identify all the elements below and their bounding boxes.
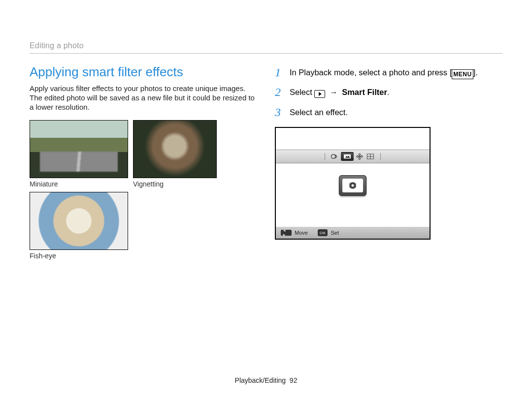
footer-section: Playback/Editing [235,376,286,384]
thumb-caption: Miniature [30,180,128,188]
thumb-caption: Vignetting [133,180,217,188]
step-number: 3 [275,104,285,120]
step-bold: Smart Filter [342,88,387,96]
step-text: ]. [473,68,478,77]
step-text: Select [290,88,314,96]
thumb-miniature [30,120,128,178]
step-number: 1 [275,64,285,80]
thumb-fisheye [30,192,128,250]
svg-point-5 [357,156,358,157]
lcd-set-label: Set [331,230,339,236]
svg-point-0 [332,154,335,158]
footer-page: 92 [290,376,298,384]
lcd-top-bar [276,150,430,163]
filter-flower-icon [355,153,365,160]
left-right-icon: ◄ ► [281,230,292,236]
lcd-move-label: Move [295,230,308,236]
svg-point-10 [352,185,354,187]
svg-point-4 [359,158,360,159]
playback-icon [314,90,325,98]
section-paragraph: Apply various filter effects to your pho… [30,84,257,112]
ok-button-icon: OK [318,229,328,236]
camera-lcd: ◄ ► Move OK Set [275,127,431,240]
svg-point-6 [361,156,363,157]
arrow-right-icon: → [330,87,338,97]
breadcrumb: Editing a photo [30,41,502,50]
filter-selected-icon [341,152,354,161]
svg-point-3 [359,154,360,155]
step-text: . [387,88,390,96]
lcd-center-preview [339,175,366,196]
step-text: Select an effect. [290,108,348,117]
thumb-caption: Fish-eye [30,252,128,260]
step-number: 2 [275,84,285,100]
step-2: 2 Select → Smart Filter. [275,84,502,100]
page-footer: Playback/Editing 92 [0,376,532,384]
lcd-bottom-bar: ◄ ► Move OK Set [276,227,430,239]
step-3: 3 Select an effect. [275,104,502,120]
filter-normal-icon [330,153,340,160]
svg-point-2 [359,156,360,157]
thumb-vignetting [133,120,217,178]
step-text: In Playback mode, select a photo and pre… [290,68,452,77]
hr-divider [30,53,502,54]
step-1: 1 In Playback mode, select a photo and p… [275,64,502,80]
section-heading: Applying smart filter effects [30,64,257,80]
filter-grid-icon [366,153,375,160]
menu-button-icon: MENU [452,69,473,79]
